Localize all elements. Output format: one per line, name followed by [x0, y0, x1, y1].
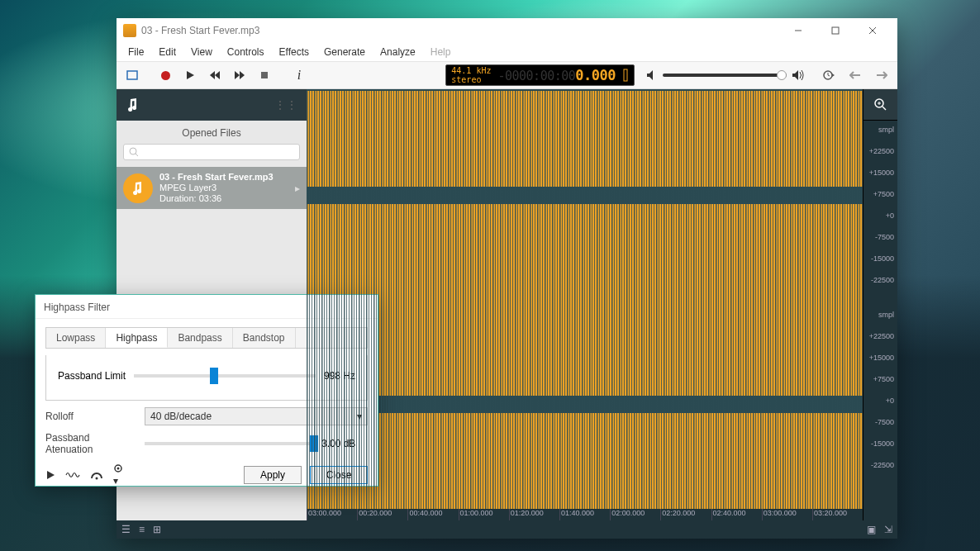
svg-point-27 [117, 468, 120, 470]
status-bar: ☰ ≡ ⊞ ▣ ⇲ [117, 520, 897, 539]
minimize-button[interactable] [779, 19, 816, 42]
svg-marker-24 [47, 471, 55, 479]
timeline-tick: 01:00.000 [459, 509, 509, 520]
menu-analyze[interactable]: Analyze [373, 45, 422, 59]
menu-effects[interactable]: Effects [273, 45, 316, 59]
file-list-item[interactable]: 03 - Fresh Start Fever.mp3 MPEG Layer3 D… [117, 167, 307, 209]
selection-tool-button[interactable] [121, 64, 143, 86]
amp-tick: +22500 [869, 332, 894, 340]
nav-forward-button[interactable] [871, 64, 892, 86]
svg-rect-11 [624, 69, 627, 81]
tab-lowpass[interactable]: Lowpass [46, 328, 106, 348]
close-button[interactable] [854, 19, 891, 42]
volume-control [646, 69, 805, 81]
desktop-wallpaper: 03 - Fresh Start Fever.mp3 File Edit Vie… [0, 0, 980, 551]
timeline-ruler[interactable]: 03:00.000 00:20.000 00:40.000 01:00.000 … [307, 509, 863, 520]
rewind-button[interactable] [204, 64, 226, 86]
svg-marker-5 [187, 71, 194, 79]
amp-tick: -15000 [871, 254, 894, 263]
speaker-high-icon [792, 69, 805, 81]
info-button[interactable]: i [288, 64, 310, 86]
preset-button[interactable] [90, 470, 103, 480]
title-bar: 03 - Fresh Start Fever.mp3 [117, 18, 897, 43]
view-grid-button[interactable]: ⊞ [153, 524, 161, 535]
tab-bandpass[interactable]: Bandpass [168, 328, 232, 348]
timeline-tick: 02:20.000 [660, 509, 711, 520]
tab-bandstop[interactable]: Bandstop [233, 328, 296, 348]
passband-limit-label: Passband Limit [58, 370, 126, 382]
speaker-low-icon [646, 69, 658, 81]
timeline-tick: 03:00.000 [762, 509, 812, 520]
svg-rect-4 [127, 71, 137, 79]
timeline-tick: 01:20.000 [509, 509, 559, 520]
timeline-tick: 01:40.000 [559, 509, 610, 520]
preview-play-button[interactable] [45, 470, 55, 480]
menu-help[interactable]: Help [424, 45, 458, 59]
svg-marker-9 [240, 71, 245, 79]
settings-button[interactable]: ▾ [113, 463, 125, 487]
time-counter-grey: -0000:00:00 [497, 69, 575, 83]
menu-edit[interactable]: Edit [152, 45, 183, 59]
sample-rate-label: 44.1 kHz [451, 66, 491, 75]
svg-point-25 [96, 477, 98, 480]
rolloff-value: 40 dB/decade [150, 411, 212, 422]
amp-tick: +22500 [869, 147, 894, 155]
menu-controls[interactable]: Controls [221, 45, 271, 59]
amp-tick: -22500 [871, 276, 894, 284]
timeline-tick: 00:40.000 [407, 509, 458, 520]
file-expand-icon[interactable]: ▸ [295, 183, 300, 194]
music-note-icon [125, 97, 141, 113]
nav-back-button[interactable] [844, 64, 866, 86]
file-codec: MPEG Layer3 [159, 183, 274, 193]
amp-tick: +0 [886, 397, 894, 405]
amp-tick: -22500 [871, 461, 894, 469]
passband-limit-slider[interactable] [134, 374, 316, 378]
timeline-tick: 02:40.000 [711, 509, 762, 520]
svg-line-19 [136, 154, 138, 156]
file-duration: Duration: 03:36 [159, 193, 274, 204]
timeline-tick: 02:00.000 [610, 509, 660, 520]
amp-tick: +15000 [869, 354, 894, 362]
svg-line-21 [882, 107, 886, 110]
amplitude-scale: smpl +22500 +15000 +7500 +0 -7500 -15000… [863, 89, 897, 520]
menu-file[interactable]: File [121, 45, 150, 59]
timeline-tick: 00:20.000 [357, 509, 407, 520]
stop-button[interactable] [254, 64, 275, 86]
amp-tick: +0 [886, 211, 894, 220]
search-input[interactable] [123, 144, 300, 160]
view-compact-button[interactable]: ≡ [139, 524, 145, 535]
preview-wave-icon[interactable] [65, 470, 80, 480]
lcd-meter-icon [622, 68, 629, 83]
volume-slider[interactable] [663, 74, 787, 77]
window-title: 03 - Fresh Start Fever.mp3 [141, 25, 779, 36]
menu-view[interactable]: View [184, 45, 219, 59]
menu-bar: File Edit View Controls Effects Generate… [117, 43, 897, 61]
amp-tick: +15000 [869, 169, 894, 177]
svg-marker-7 [215, 71, 220, 79]
amp-tick: -7500 [875, 418, 894, 426]
svg-marker-13 [792, 70, 798, 80]
collapse-button[interactable]: ⇲ [884, 524, 892, 535]
drag-handle-icon[interactable]: ⋮⋮ [275, 99, 298, 111]
file-name: 03 - Fresh Start Fever.mp3 [159, 172, 274, 183]
fast-forward-button[interactable] [229, 64, 250, 86]
timeline-tick: 03:00.000 [307, 509, 357, 520]
sidebar-title: Opened Files [117, 121, 307, 144]
history-button[interactable] [818, 64, 840, 86]
record-button[interactable] [155, 64, 176, 86]
search-field[interactable] [142, 147, 294, 157]
view-list-button[interactable]: ☰ [121, 524, 131, 535]
play-button[interactable] [179, 64, 201, 86]
sidebar-header: ⋮⋮ [117, 89, 307, 121]
zoom-button[interactable] [863, 89, 897, 121]
svg-rect-1 [832, 27, 839, 34]
apply-button[interactable]: Apply [244, 466, 302, 484]
waveform-view[interactable]: 03:00.000 00:20.000 00:40.000 01:00.000 … [307, 89, 863, 520]
tab-highpass[interactable]: Highpass [106, 328, 168, 348]
menu-generate[interactable]: Generate [317, 45, 372, 59]
maximize-button[interactable] [816, 19, 854, 42]
attenuation-slider[interactable] [145, 442, 313, 445]
svg-marker-15 [832, 74, 835, 77]
image-view-button[interactable]: ▣ [867, 524, 876, 535]
rolloff-label: Rolloff [45, 411, 136, 422]
